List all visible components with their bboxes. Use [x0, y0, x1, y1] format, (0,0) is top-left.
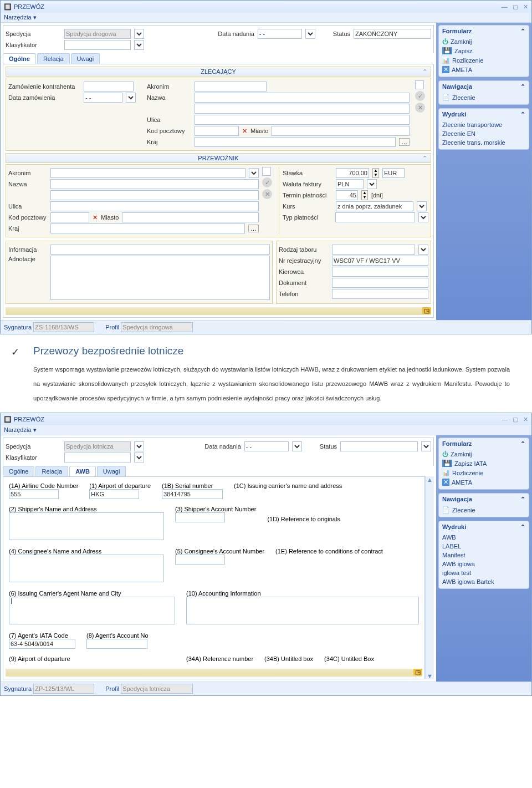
- p-nazwa-input[interactable]: [50, 179, 259, 189]
- print-awb[interactable]: AWB: [442, 533, 525, 542]
- p-cancel-icon[interactable]: ✕: [262, 189, 272, 199]
- adnotacje-input[interactable]: [50, 256, 270, 300]
- collapse-icon[interactable]: ⌃: [520, 523, 525, 531]
- collapse-icon[interactable]: ⌃: [422, 155, 427, 162]
- dokument-input[interactable]: [332, 278, 428, 288]
- print-manifest[interactable]: Manifest: [442, 551, 525, 560]
- kierowca-input[interactable]: [332, 267, 428, 277]
- f10-input[interactable]: [186, 597, 419, 624]
- typ-dropdown[interactable]: [418, 212, 428, 222]
- menu-tools[interactable]: Narzędzia ▾: [4, 426, 37, 433]
- akronim-input[interactable]: [195, 82, 267, 91]
- minimize-icon[interactable]: —: [502, 416, 508, 423]
- collapse-icon[interactable]: ⌃: [520, 83, 525, 90]
- spedycja-dropdown[interactable]: [134, 441, 144, 451]
- nav-zlecenie[interactable]: 📄Zlecenie: [442, 505, 525, 515]
- date-dropdown[interactable]: [292, 441, 302, 451]
- spedycja-dropdown[interactable]: [134, 29, 144, 39]
- print-iglowa-test[interactable]: iglowa test: [442, 568, 525, 577]
- action-ameta[interactable]: ✕AMETA: [442, 477, 525, 487]
- print-label[interactable]: LABEL: [442, 542, 525, 551]
- p-ulica-input[interactable]: [50, 201, 259, 211]
- p-kraj-input[interactable]: [50, 223, 245, 233]
- f7-input[interactable]: [9, 639, 75, 649]
- spinner-icon[interactable]: ▲▼: [361, 190, 368, 200]
- stawka-input[interactable]: [336, 168, 369, 178]
- menu-tools[interactable]: Narzędzia ▾: [4, 14, 37, 21]
- kod-input[interactable]: [195, 126, 239, 136]
- scrollbar[interactable]: ▲▼: [425, 476, 434, 679]
- ok-icon[interactable]: ✓: [415, 91, 425, 101]
- titlebar[interactable]: 🔲PRZEWÓZ — ▢ ✕: [1, 413, 531, 425]
- more-icon[interactable]: …: [399, 138, 410, 146]
- section-przewoznik-header[interactable]: PRZEWOŹNIK⌃: [6, 153, 431, 163]
- f5-input[interactable]: [175, 555, 225, 565]
- collapse-icon[interactable]: ⌃: [422, 68, 427, 75]
- spinner-icon[interactable]: ▲▼: [372, 168, 379, 178]
- action-rozliczenie[interactable]: 📊Rozliczenie: [442, 468, 525, 477]
- klasyfikator-input[interactable]: [64, 453, 131, 462]
- collapse-icon[interactable]: ⌃: [520, 111, 525, 118]
- f1a-input[interactable]: [9, 489, 59, 499]
- p-nazwa2-input[interactable]: [50, 190, 259, 200]
- datazam-dropdown[interactable]: [126, 93, 136, 103]
- tab-relacja[interactable]: Relacja: [35, 466, 68, 476]
- check-1[interactable]: [415, 80, 424, 89]
- action-zapisz[interactable]: 💾Zapisz: [442, 46, 525, 55]
- f1-input[interactable]: [89, 489, 139, 499]
- action-ameta[interactable]: ✕AMETA: [442, 65, 525, 74]
- ulica-input[interactable]: [195, 115, 410, 125]
- zam-input[interactable]: [84, 82, 134, 91]
- f6-input[interactable]: |: [9, 597, 175, 624]
- informacja-input[interactable]: [50, 245, 270, 255]
- tab-ogolne[interactable]: Ogólne: [3, 53, 36, 64]
- action-zamknij[interactable]: ⏻Zamknij: [442, 450, 525, 459]
- minimize-icon[interactable]: —: [502, 3, 508, 10]
- p-check[interactable]: [262, 167, 271, 176]
- cancel-icon[interactable]: ✕: [415, 103, 425, 113]
- klasyfikator-input[interactable]: [64, 40, 131, 50]
- f4-input[interactable]: [9, 555, 164, 582]
- clear-icon[interactable]: ✕: [93, 214, 98, 221]
- print-2[interactable]: Zlecenie EN: [442, 129, 525, 138]
- miasto-input[interactable]: [272, 126, 410, 136]
- p-akronim-input[interactable]: [50, 168, 245, 178]
- klasyfikator-dropdown[interactable]: [134, 40, 144, 50]
- close-icon[interactable]: ✕: [523, 416, 528, 423]
- kurs-input[interactable]: [336, 201, 413, 211]
- p-akronim-dropdown[interactable]: [249, 168, 259, 178]
- strip-icon[interactable]: ◳: [422, 307, 431, 314]
- typ-input[interactable]: [335, 212, 415, 222]
- f2-input[interactable]: [9, 512, 164, 540]
- nazwa-input[interactable]: [195, 93, 410, 103]
- nav-zlecenie[interactable]: 📄Zlecenie: [442, 93, 525, 102]
- data-nadania-input[interactable]: [244, 441, 289, 451]
- clear-icon[interactable]: ✕: [242, 128, 247, 135]
- section-zlecajacy-header[interactable]: ZLECAJĄCY⌃: [6, 67, 431, 77]
- f3-input[interactable]: [175, 512, 225, 522]
- tab-ogolne[interactable]: Ogólne: [3, 466, 34, 476]
- print-awb-iglowa[interactable]: AWB iglowa: [442, 560, 525, 568]
- termin-input[interactable]: [336, 190, 358, 200]
- kraj-input[interactable]: [195, 137, 396, 147]
- klasyfikator-dropdown[interactable]: [134, 453, 144, 462]
- titlebar[interactable]: 🔲PRZEWÓZ — ▢ ✕: [1, 1, 531, 13]
- action-zapisz[interactable]: 💾Zapisz IATA: [442, 459, 525, 468]
- tab-relacja[interactable]: Relacja: [37, 53, 70, 64]
- scroll-down-icon[interactable]: ▼: [427, 673, 433, 679]
- maximize-icon[interactable]: ▢: [513, 416, 518, 423]
- kurs-dropdown[interactable]: [417, 201, 427, 211]
- collapse-icon[interactable]: ⌃: [520, 440, 525, 448]
- rodzaj-dropdown[interactable]: [418, 245, 428, 255]
- action-rozliczenie[interactable]: 📊Rozliczenie: [442, 55, 525, 65]
- strip-icon[interactable]: ◳: [413, 669, 422, 675]
- print-awb-iglowa-bartek[interactable]: AWB iglowa Bartek: [442, 577, 525, 586]
- tab-uwagi[interactable]: Uwagi: [71, 53, 100, 64]
- collapse-icon[interactable]: ⌃: [520, 496, 525, 503]
- status-input[interactable]: [354, 29, 431, 39]
- datazam-input[interactable]: [84, 93, 122, 103]
- close-icon[interactable]: ✕: [523, 3, 528, 10]
- status-input[interactable]: [340, 441, 418, 451]
- telefon-input[interactable]: [332, 289, 428, 299]
- p-miasto-input[interactable]: [122, 212, 259, 222]
